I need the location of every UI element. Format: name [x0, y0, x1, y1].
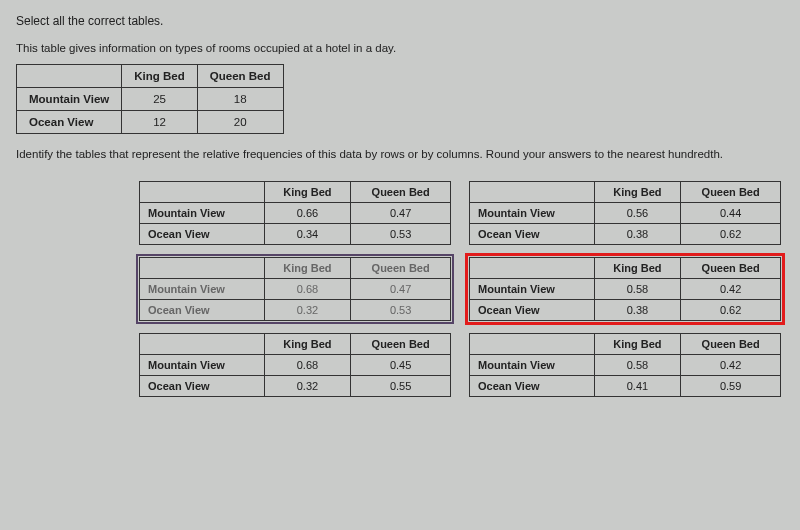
- option-table-4[interactable]: King BedQueen Bed Mountain View0.580.42 …: [466, 254, 784, 324]
- cell-value: 20: [197, 111, 283, 134]
- row-header: Ocean View: [470, 376, 595, 397]
- cell-value: 0.47: [351, 203, 451, 224]
- cell-value: 0.53: [351, 300, 451, 321]
- row-header: Mountain View: [140, 279, 265, 300]
- col-header: Queen Bed: [351, 182, 451, 203]
- cell-value: 0.55: [351, 376, 451, 397]
- row-header: Ocean View: [470, 300, 595, 321]
- option-table-1[interactable]: King BedQueen Bed Mountain View0.660.47 …: [136, 178, 454, 248]
- cell-value: 0.53: [351, 224, 451, 245]
- cell-value: 18: [197, 88, 283, 111]
- instruction-text: Identify the tables that represent the r…: [16, 148, 784, 160]
- col-header: King Bed: [594, 258, 681, 279]
- cell-value: 0.38: [594, 224, 681, 245]
- col-header-king: King Bed: [122, 65, 197, 88]
- col-header: Queen Bed: [351, 258, 451, 279]
- cell-value: 0.41: [594, 376, 681, 397]
- cell-value: 0.58: [594, 355, 681, 376]
- row-header: Ocean View: [140, 376, 265, 397]
- col-header: Queen Bed: [681, 182, 781, 203]
- cell-value: 0.68: [264, 355, 351, 376]
- options-grid: King BedQueen Bed Mountain View0.660.47 …: [136, 178, 784, 400]
- cell-value: 12: [122, 111, 197, 134]
- cell-value: 0.32: [264, 300, 351, 321]
- blank-cell: [17, 65, 122, 88]
- source-table: King Bed Queen Bed Mountain View 25 18 O…: [16, 64, 284, 134]
- cell-value: 0.62: [681, 300, 781, 321]
- cell-value: 0.38: [594, 300, 681, 321]
- option-table-5[interactable]: King BedQueen Bed Mountain View0.680.45 …: [136, 330, 454, 400]
- cell-value: 0.45: [351, 355, 451, 376]
- cell-value: 0.44: [681, 203, 781, 224]
- cell-value: 0.42: [681, 355, 781, 376]
- question-description: This table gives information on types of…: [16, 42, 784, 54]
- col-header: Queen Bed: [681, 334, 781, 355]
- col-header: Queen Bed: [351, 334, 451, 355]
- cell-value: 0.47: [351, 279, 451, 300]
- row-header: Ocean View: [140, 224, 265, 245]
- cell-value: 0.34: [264, 224, 351, 245]
- cell-value: 0.68: [264, 279, 351, 300]
- cell-value: 0.58: [594, 279, 681, 300]
- row-header: Mountain View: [140, 355, 265, 376]
- col-header: King Bed: [594, 334, 681, 355]
- cell-value: 0.32: [264, 376, 351, 397]
- cell-value: 0.56: [594, 203, 681, 224]
- option-table-6[interactable]: King BedQueen Bed Mountain View0.580.42 …: [466, 330, 784, 400]
- cell-value: 0.62: [681, 224, 781, 245]
- col-header: Queen Bed: [681, 258, 781, 279]
- row-header: Mountain View: [470, 279, 595, 300]
- row-header: Mountain View: [470, 355, 595, 376]
- cell-value: 0.66: [264, 203, 351, 224]
- row-header: Mountain View: [140, 203, 265, 224]
- col-header: King Bed: [264, 182, 351, 203]
- row-header: Ocean View: [140, 300, 265, 321]
- question-heading: Select all the correct tables.: [16, 14, 784, 28]
- row-header: Mountain View: [470, 203, 595, 224]
- cell-value: 25: [122, 88, 197, 111]
- col-header-queen: Queen Bed: [197, 65, 283, 88]
- row-header-ocean: Ocean View: [17, 111, 122, 134]
- row-header: Ocean View: [470, 224, 595, 245]
- option-table-3[interactable]: King BedQueen Bed Mountain View0.680.47 …: [136, 254, 454, 324]
- col-header: King Bed: [264, 334, 351, 355]
- col-header: King Bed: [264, 258, 351, 279]
- cell-value: 0.42: [681, 279, 781, 300]
- col-header: King Bed: [594, 182, 681, 203]
- option-table-2[interactable]: King BedQueen Bed Mountain View0.560.44 …: [466, 178, 784, 248]
- row-header-mountain: Mountain View: [17, 88, 122, 111]
- cell-value: 0.59: [681, 376, 781, 397]
